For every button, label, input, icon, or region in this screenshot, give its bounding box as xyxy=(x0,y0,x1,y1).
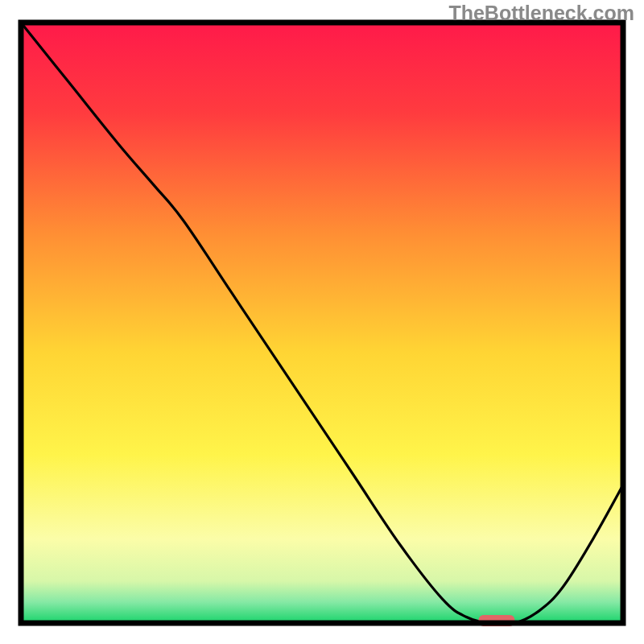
watermark-text: TheBottleneck.com xyxy=(448,2,634,25)
plot-area xyxy=(21,23,623,626)
gradient-background xyxy=(21,23,623,623)
bottleneck-chart xyxy=(0,0,644,644)
